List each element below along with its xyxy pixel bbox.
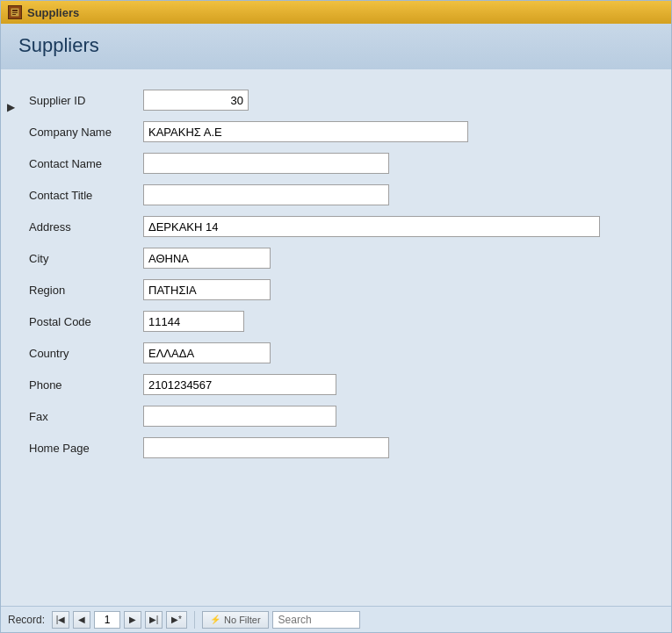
contact-title-input[interactable] bbox=[143, 184, 389, 205]
next-record-button[interactable]: ▶ bbox=[124, 611, 141, 629]
no-filter-button[interactable]: ⚡ No Filter bbox=[202, 611, 269, 629]
supplier-id-label: Supplier ID bbox=[29, 94, 143, 107]
form-row-country: Country bbox=[29, 340, 654, 366]
record-number-input[interactable] bbox=[94, 611, 120, 629]
contact-name-label: Contact Name bbox=[29, 157, 143, 170]
form-row-postal-code: Postal Code bbox=[29, 308, 654, 334]
row-indicator: ▶ bbox=[1, 78, 20, 606]
contact-name-input[interactable] bbox=[143, 153, 389, 174]
prev-record-icon: ◀ bbox=[78, 615, 85, 624]
form-row-city: City bbox=[29, 245, 654, 271]
nav-separator bbox=[194, 611, 195, 629]
content-area: ▶ Supplier ID Company Name Contact Name … bbox=[1, 69, 671, 606]
prev-record-button[interactable]: ◀ bbox=[73, 611, 90, 629]
record-label: Record: bbox=[8, 614, 45, 626]
new-record-icon: ▶* bbox=[171, 615, 182, 624]
form-row-fax: Fax bbox=[29, 403, 654, 429]
company-name-input[interactable] bbox=[143, 121, 468, 142]
supplier-id-input[interactable] bbox=[143, 90, 249, 111]
first-record-icon: |◀ bbox=[56, 615, 66, 624]
homepage-label: Home Page bbox=[29, 442, 143, 455]
svg-rect-2 bbox=[12, 12, 18, 13]
contact-title-label: Contact Title bbox=[29, 189, 143, 202]
address-input[interactable] bbox=[143, 216, 600, 237]
city-input[interactable] bbox=[143, 248, 271, 269]
phone-label: Phone bbox=[29, 378, 143, 392]
no-filter-label: No Filter bbox=[224, 615, 261, 625]
form-row-address: Address bbox=[29, 213, 654, 240]
address-label: Address bbox=[29, 220, 143, 234]
form-row-phone: Phone bbox=[29, 371, 654, 398]
form-row-supplier-id: Supplier ID bbox=[29, 87, 654, 113]
first-record-button[interactable]: |◀ bbox=[52, 611, 69, 629]
svg-rect-1 bbox=[12, 10, 18, 11]
region-label: Region bbox=[29, 284, 143, 297]
main-window: Suppliers Suppliers ▶ Supplier ID Compan… bbox=[0, 0, 672, 633]
phone-input[interactable] bbox=[143, 374, 336, 395]
title-bar: Suppliers bbox=[1, 1, 671, 24]
form-area: Supplier ID Company Name Contact Name Co… bbox=[20, 78, 671, 606]
fax-label: Fax bbox=[29, 410, 143, 423]
homepage-input[interactable] bbox=[143, 437, 389, 458]
form-row-contact-name: Contact Name bbox=[29, 150, 654, 176]
fax-input[interactable] bbox=[143, 406, 336, 427]
last-record-button[interactable]: ▶| bbox=[145, 611, 163, 629]
next-record-icon: ▶ bbox=[129, 615, 136, 624]
city-label: City bbox=[29, 252, 143, 265]
window-icon bbox=[8, 5, 22, 19]
new-record-button[interactable]: ▶* bbox=[166, 611, 187, 629]
form-row-contact-title: Contact Title bbox=[29, 182, 654, 208]
region-input[interactable] bbox=[143, 279, 271, 300]
form-row-company-name: Company Name bbox=[29, 119, 654, 145]
form-row-homepage: Home Page bbox=[29, 435, 654, 461]
page-title: Suppliers bbox=[18, 34, 654, 57]
row-arrow-icon: ▶ bbox=[7, 101, 15, 113]
title-bar-label: Suppliers bbox=[27, 6, 79, 19]
company-name-label: Company Name bbox=[29, 126, 143, 139]
postal-code-label: Postal Code bbox=[29, 315, 143, 328]
country-input[interactable] bbox=[143, 342, 271, 363]
svg-rect-3 bbox=[12, 14, 16, 15]
last-record-icon: ▶| bbox=[149, 615, 159, 624]
filter-icon: ⚡ bbox=[210, 615, 220, 624]
form-row-region: Region bbox=[29, 277, 654, 303]
country-label: Country bbox=[29, 347, 143, 360]
postal-code-input[interactable] bbox=[143, 311, 244, 332]
header-band: Suppliers bbox=[1, 24, 671, 69]
nav-bar: Record: |◀ ◀ ▶ ▶| ▶* ⚡ No Filter bbox=[1, 606, 671, 632]
search-input[interactable] bbox=[272, 611, 360, 629]
